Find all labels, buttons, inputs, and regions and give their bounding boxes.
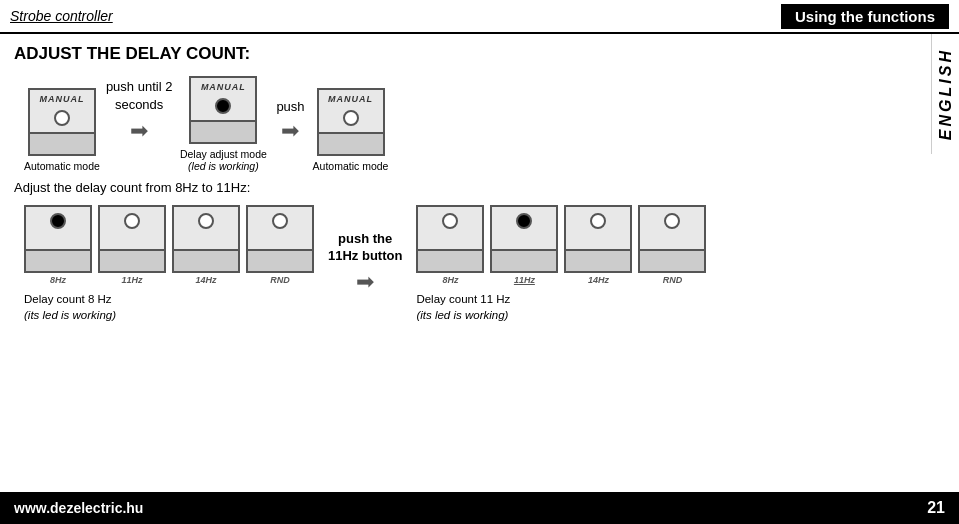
push-11hz-text: push the11Hz button bbox=[328, 231, 402, 265]
bar-8hz-left bbox=[26, 249, 90, 271]
row1: MANUAL Automatic mode push until 2second… bbox=[24, 76, 945, 172]
led-11hz-right bbox=[516, 213, 532, 229]
section-title-header: Using the functions bbox=[781, 4, 949, 29]
device-freq-11hz-right: 11Hz bbox=[490, 205, 558, 285]
led-rnd-left bbox=[272, 213, 288, 229]
freq-label-8hz-left: 8Hz bbox=[50, 275, 66, 285]
bar-rnd-right bbox=[640, 249, 704, 271]
device-box-8hz-right bbox=[416, 205, 484, 273]
device-box-8hz-left bbox=[24, 205, 92, 273]
row2: 8Hz 11Hz 14Hz bbox=[24, 205, 945, 323]
main-content: ADJUST THE DELAY COUNT: MANUAL Automatic… bbox=[0, 34, 959, 492]
left-devices-row: 8Hz 11Hz 14Hz bbox=[24, 205, 314, 285]
led-14hz-left bbox=[198, 213, 214, 229]
device-freq-rnd-left: RND bbox=[246, 205, 314, 285]
bar-11hz-right bbox=[492, 249, 556, 271]
device-label-3: MANUAL bbox=[328, 94, 373, 104]
push-text-2: push bbox=[276, 99, 304, 114]
led-8hz-left bbox=[50, 213, 66, 229]
freq-label-11hz-right: 11Hz bbox=[514, 275, 535, 285]
arrow-2: ➡ bbox=[281, 118, 299, 144]
device-label-1: MANUAL bbox=[39, 94, 84, 104]
push-11hz-instruction: push the11Hz button ➡ bbox=[320, 231, 410, 323]
device-delay-mode: MANUAL Delay adjust mode (led is working… bbox=[178, 76, 268, 172]
row2-label: Adjust the delay count from 8Hz to 11Hz: bbox=[14, 180, 945, 195]
device-auto-mode-2: MANUAL Automatic mode bbox=[313, 88, 389, 172]
language-label: ENGLISH bbox=[937, 48, 955, 140]
device-freq-8hz-right: 8Hz bbox=[416, 205, 484, 285]
freq-label-rnd-left: RND bbox=[270, 275, 290, 285]
freq-label-11hz-left: 11Hz bbox=[121, 275, 142, 285]
device-freq-rnd-right: RND bbox=[638, 205, 706, 285]
device-box-rnd-left bbox=[246, 205, 314, 273]
led-14hz-right bbox=[590, 213, 606, 229]
device-freq-11hz-left: 11Hz bbox=[98, 205, 166, 285]
device-box-1: MANUAL bbox=[28, 88, 96, 156]
arrow-3: ➡ bbox=[356, 269, 374, 295]
bar-14hz-left bbox=[174, 249, 238, 271]
device-caption-1: Automatic mode bbox=[24, 160, 100, 172]
right-devices-row: 8Hz 11Hz 14Hz bbox=[416, 205, 706, 285]
device-box-rnd-right bbox=[638, 205, 706, 273]
app-title: Strobe controller bbox=[10, 8, 113, 24]
page-number: 21 bbox=[927, 499, 945, 517]
device-led-2 bbox=[215, 98, 231, 114]
device-freq-8hz-left: 8Hz bbox=[24, 205, 92, 285]
device-caption-2: Delay adjust mode (led is working) bbox=[178, 148, 268, 172]
bar-rnd-left bbox=[248, 249, 312, 271]
freq-label-8hz-right: 8Hz bbox=[442, 275, 458, 285]
push-text-1: push until 2seconds bbox=[106, 78, 173, 114]
device-bar-1 bbox=[30, 132, 94, 154]
push-instruction-1: push until 2seconds ➡ bbox=[100, 78, 179, 172]
caption-right: Delay count 11 Hz(its led is working) bbox=[416, 291, 706, 323]
freq-label-14hz-right: 14Hz bbox=[588, 275, 609, 285]
device-box-11hz-right bbox=[490, 205, 558, 273]
caption-left: Delay count 8 Hz(its led is working) bbox=[24, 291, 314, 323]
push-instruction-2: push ➡ bbox=[268, 99, 312, 172]
bar-8hz-right bbox=[418, 249, 482, 271]
right-group: 8Hz 11Hz 14Hz bbox=[416, 205, 706, 323]
led-11hz-left bbox=[124, 213, 140, 229]
device-box-14hz-right bbox=[564, 205, 632, 273]
device-label-2: MANUAL bbox=[201, 82, 246, 92]
left-group: 8Hz 11Hz 14Hz bbox=[24, 205, 314, 323]
device-box-14hz-left bbox=[172, 205, 240, 273]
device-bar-3 bbox=[319, 132, 383, 154]
header: Strobe controller Using the functions bbox=[0, 0, 959, 34]
device-led-3 bbox=[343, 110, 359, 126]
freq-label-rnd-right: RND bbox=[663, 275, 683, 285]
device-box-11hz-left bbox=[98, 205, 166, 273]
device-freq-14hz-left: 14Hz bbox=[172, 205, 240, 285]
language-sidebar: ENGLISH bbox=[931, 34, 959, 154]
freq-label-14hz-left: 14Hz bbox=[195, 275, 216, 285]
arrow-1: ➡ bbox=[130, 118, 148, 144]
device-caption-3: Automatic mode bbox=[313, 160, 389, 172]
led-8hz-right bbox=[442, 213, 458, 229]
footer-url[interactable]: www.dezelectric.hu bbox=[14, 500, 143, 516]
device-led-1 bbox=[54, 110, 70, 126]
device-box-3: MANUAL bbox=[317, 88, 385, 156]
device-bar-2 bbox=[191, 120, 255, 142]
device-box-2: MANUAL bbox=[189, 76, 257, 144]
device-auto-mode-1: MANUAL Automatic mode bbox=[24, 88, 100, 172]
led-rnd-right bbox=[664, 213, 680, 229]
bar-11hz-left bbox=[100, 249, 164, 271]
device-freq-14hz-right: 14Hz bbox=[564, 205, 632, 285]
page-title: ADJUST THE DELAY COUNT: bbox=[14, 44, 945, 64]
footer: www.dezelectric.hu 21 bbox=[0, 492, 959, 524]
bar-14hz-right bbox=[566, 249, 630, 271]
